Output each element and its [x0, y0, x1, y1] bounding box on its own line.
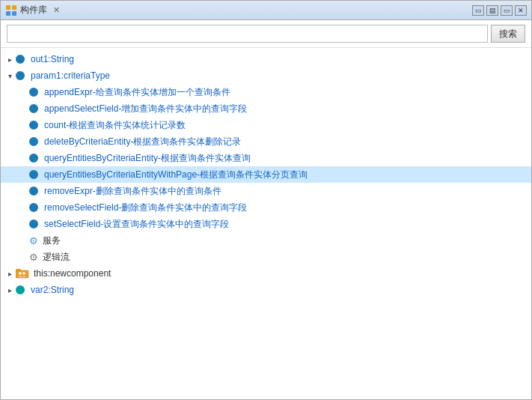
item-label-setSelectField: setSelectField-设置查询条件实体中的查询字段: [44, 218, 229, 231]
dot-blue-icon: [29, 88, 38, 97]
tree-container: ▸out1:String▾param1:criteriaTypeappendEx…: [1, 48, 531, 399]
window-title: 构件库: [20, 4, 47, 16]
gear-gray-icon: ⚙: [29, 252, 38, 263]
item-label-this_newcomponent: this:newcomponent: [34, 268, 111, 279]
expand-icon-out1[interactable]: ▸: [4, 53, 16, 65]
item-label-deleteByCriteriaEntity: deleteByCriteriaEntity-根据查询条件实体删除记录: [44, 136, 241, 148]
dot-blue-icon: [29, 170, 38, 179]
item-label-queryEntitiesByCriteriaEntityWithPage: queryEntitiesByCriteriaEntityWithPage-根据…: [44, 169, 308, 181]
item-label-queryEntitiesByCriteriaEntity: queryEntitiesByCriteriaEntity-根据查询条件实体查询: [44, 152, 251, 165]
minimize-button[interactable]: ▭: [472, 5, 484, 16]
item-label-removeExpr: removeExpr-删除查询条件实体中的查询条件: [44, 185, 221, 198]
tree-item-removeSelectField[interactable]: removeSelectField-删除查询条件实体中的查询字段: [1, 199, 531, 216]
search-button[interactable]: 搜索: [491, 25, 525, 43]
title-bar-controls: ▭ ▤ ▭ ✕: [472, 5, 527, 16]
svg-rect-2: [6, 11, 10, 16]
close-button[interactable]: ✕: [515, 5, 527, 16]
tree-item-param1[interactable]: ▾param1:criteriaType: [1, 67, 531, 84]
tree-item-out1[interactable]: ▸out1:String: [1, 51, 531, 67]
tree-item-this_newcomponent[interactable]: ▸ this:newcomponent: [1, 265, 531, 282]
item-label-appendExpr: appendExpr-给查询条件实体增加一个查询条件: [44, 86, 230, 99]
component-library-icon: [5, 4, 17, 16]
item-label-service: 服务: [43, 234, 61, 247]
dot-blue-icon: [29, 187, 38, 196]
svg-rect-0: [6, 5, 10, 10]
tree-item-logic_flow[interactable]: ⚙逻辑流: [1, 249, 531, 265]
dot-blue-icon: [16, 71, 25, 80]
item-label-count: count-根据查询条件实体统计记录数: [44, 119, 186, 132]
dot-blue-icon: [29, 104, 38, 113]
search-bar: 搜索: [1, 20, 531, 48]
svg-rect-3: [12, 11, 16, 16]
dot-teal-icon: [16, 285, 25, 294]
window-close-label: ✕: [53, 5, 60, 15]
tree-item-removeExpr[interactable]: removeExpr-删除查询条件实体中的查询条件: [1, 183, 531, 199]
restore-button[interactable]: ▤: [486, 5, 498, 16]
dot-blue-icon: [29, 219, 38, 228]
tree-item-var2[interactable]: ▸var2:String: [1, 282, 531, 298]
dot-blue-icon: [29, 137, 38, 146]
title-bar-left: 构件库 ✕: [5, 4, 60, 16]
item-label-var2: var2:String: [31, 285, 74, 295]
dot-blue-icon: [29, 203, 38, 212]
tree-item-setSelectField[interactable]: setSelectField-设置查询条件实体中的查询字段: [1, 216, 531, 232]
tree-item-service[interactable]: ⚙服务: [1, 232, 531, 249]
expand-icon-this_newcomponent[interactable]: ▸: [4, 267, 16, 279]
tree-item-count[interactable]: count-根据查询条件实体统计记录数: [1, 117, 531, 133]
maximize-button[interactable]: ▭: [501, 5, 513, 16]
tree-item-queryEntitiesByCriteriaEntityWithPage[interactable]: queryEntitiesByCriteriaEntityWithPage-根据…: [1, 166, 531, 183]
dot-blue-icon: [29, 121, 38, 130]
people-folder-icon: [16, 268, 29, 279]
item-label-removeSelectField: removeSelectField-删除查询条件实体中的查询字段: [44, 201, 247, 214]
expand-icon-param1[interactable]: ▾: [4, 70, 16, 82]
search-input[interactable]: [7, 25, 488, 43]
item-label-appendSelectField: appendSelectField-增加查询条件实体中的查询字段: [44, 103, 247, 115]
svg-point-8: [22, 272, 25, 275]
gear-blue-icon: ⚙: [29, 235, 38, 246]
item-label-out1: out1:String: [31, 54, 74, 64]
component-library-window: 构件库 ✕ ▭ ▤ ▭ ✕ 搜索 ▸out1:String▾param1:cri…: [0, 0, 532, 400]
dot-blue-icon: [29, 154, 38, 163]
tree-item-deleteByCriteriaEntity[interactable]: deleteByCriteriaEntity-根据查询条件实体删除记录: [1, 133, 531, 150]
dot-blue-icon: [16, 55, 25, 64]
svg-rect-1: [12, 5, 16, 10]
svg-point-7: [19, 272, 22, 275]
tree-item-appendSelectField[interactable]: appendSelectField-增加查询条件实体中的查询字段: [1, 100, 531, 117]
tree-item-appendExpr[interactable]: appendExpr-给查询条件实体增加一个查询条件: [1, 84, 531, 100]
item-label-param1: param1:criteriaType: [31, 70, 110, 81]
title-bar: 构件库 ✕ ▭ ▤ ▭ ✕: [1, 1, 531, 20]
tree-item-queryEntitiesByCriteriaEntity[interactable]: queryEntitiesByCriteriaEntity-根据查询条件实体查询: [1, 150, 531, 166]
item-label-logic_flow: 逻辑流: [43, 251, 70, 264]
expand-icon-var2[interactable]: ▸: [4, 284, 16, 296]
